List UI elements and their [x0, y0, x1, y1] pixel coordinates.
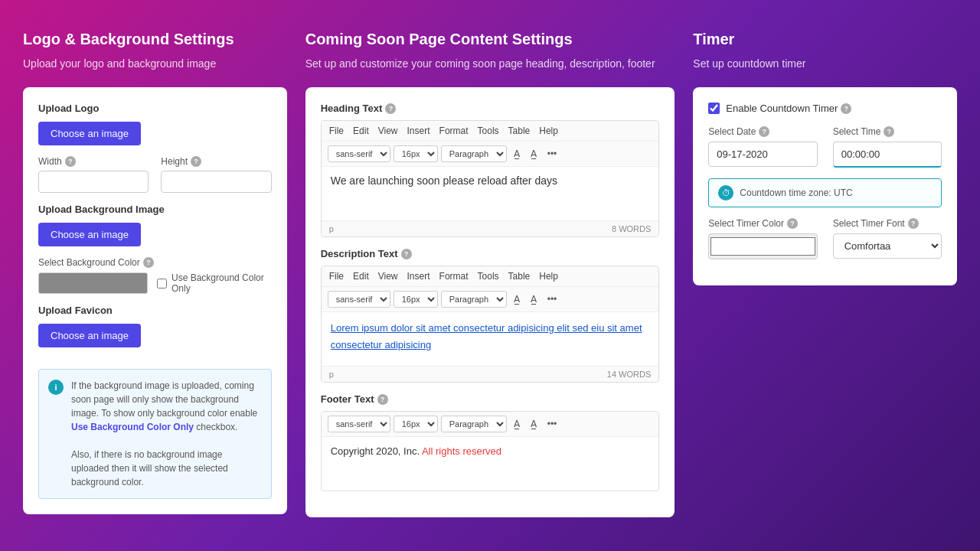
use-bg-color-only-label[interactable]: Use Background Color Only: [157, 272, 272, 294]
timer-font-label: Select Timer Font ?: [833, 218, 942, 229]
time-label: Select Time ?: [833, 126, 942, 137]
timer-color-group: Select Timer Color ?: [708, 218, 817, 259]
desc-word-count: 14 WORDS: [607, 370, 651, 379]
color-row: Use Background Color Only: [38, 272, 272, 294]
date-time-row: Select Date ? Select Time ?: [708, 126, 942, 168]
menu-insert[interactable]: Insert: [407, 126, 430, 136]
use-bg-color-link[interactable]: Use Background Color Only: [71, 422, 194, 432]
width-input[interactable]: [38, 171, 149, 193]
coming-soon-title: Coming Soon Page Content Settings: [305, 31, 675, 48]
heading-size-select[interactable]: 16px: [394, 145, 438, 162]
height-input[interactable]: [161, 171, 271, 193]
timer-color-input[interactable]: [708, 233, 817, 259]
footer-help-icon[interactable]: ?: [377, 394, 388, 405]
logo-section-subtitle: Upload your logo and background image: [23, 56, 287, 72]
footer-toolbar-controls: sans-serif 16px Paragraph A̲ A̲ •••: [322, 412, 659, 437]
desc-p-tag: p: [329, 370, 334, 379]
clock-icon: ⏱: [718, 185, 733, 201]
heading-more-btn[interactable]: •••: [544, 146, 561, 161]
description-label: Description Text ?: [321, 248, 660, 259]
desc-more-btn[interactable]: •••: [544, 292, 561, 307]
heading-help-icon[interactable]: ?: [385, 103, 396, 114]
width-help-icon[interactable]: ?: [65, 156, 76, 167]
footer-font-color-btn[interactable]: A̲: [510, 416, 524, 432]
timezone-box: ⏱ Countdown time zone: UTC: [708, 178, 942, 207]
width-label: Width ?: [38, 156, 149, 167]
footer-text-label: Footer Text ?: [321, 393, 660, 405]
desc-size-select[interactable]: 16px: [394, 291, 438, 308]
footer-highlight-btn[interactable]: A̲: [527, 416, 541, 432]
width-group: Width ?: [38, 156, 149, 193]
coming-soon-card: Heading Text ? File Edit View Insert For…: [305, 87, 675, 517]
bg-color-help-icon[interactable]: ?: [143, 257, 154, 268]
footer-more-btn[interactable]: •••: [544, 416, 561, 432]
desc-highlight-btn[interactable]: A̲: [527, 292, 541, 307]
timer-section-subtitle: Set up countdown timer: [693, 56, 957, 72]
date-help-icon[interactable]: ?: [759, 126, 769, 137]
desc-menu-insert[interactable]: Insert: [407, 271, 430, 282]
color-swatch[interactable]: [38, 272, 148, 294]
choose-favicon-button[interactable]: Choose an image: [38, 324, 141, 347]
timer-font-group: Select Timer Font ? Comfortaa Arial Robo…: [833, 218, 942, 259]
enable-timer-help-icon[interactable]: ?: [841, 103, 851, 114]
desc-menu-tools[interactable]: Tools: [478, 271, 499, 282]
heading-paragraph-select[interactable]: Paragraph: [441, 145, 507, 162]
footer-size-select[interactable]: 16px: [394, 416, 438, 432]
logo-section-title: Logo & Background Settings: [23, 31, 287, 48]
heading-highlight-btn[interactable]: A̲: [527, 146, 541, 161]
desc-menu-file[interactable]: File: [329, 271, 344, 282]
height-label: Height ?: [161, 156, 271, 167]
desc-menu-edit[interactable]: Edit: [353, 271, 369, 282]
desc-font-select[interactable]: sans-serif: [328, 291, 390, 308]
heading-footer: p 8 WORDS: [322, 220, 659, 236]
time-input[interactable]: [833, 142, 942, 168]
color-font-row: Select Timer Color ? Select Timer Font ?…: [708, 218, 942, 259]
desc-menu-view[interactable]: View: [378, 271, 398, 282]
heading-toolbar-controls: sans-serif 16px Paragraph A̲ A̲ •••: [322, 142, 659, 167]
menu-help[interactable]: Help: [539, 126, 558, 136]
description-content[interactable]: Lorem ipsum dolor sit amet consectetur a…: [322, 312, 659, 366]
footer-font-select[interactable]: sans-serif: [328, 416, 390, 432]
timer-section-title: Timer: [693, 31, 957, 48]
timer-card: Enable Countdown Timer ? Select Date ? S…: [693, 87, 957, 285]
heading-toolbar-menu: File Edit View Insert Format Tools Table…: [322, 121, 659, 142]
timer-color-help-icon[interactable]: ?: [787, 218, 798, 229]
menu-edit[interactable]: Edit: [353, 126, 369, 136]
choose-bg-button[interactable]: Choose an image: [38, 223, 141, 246]
heading-font-color-btn[interactable]: A̲: [510, 146, 524, 161]
upload-logo-label: Upload Logo: [38, 103, 272, 114]
footer-paragraph-select[interactable]: Paragraph: [441, 416, 507, 432]
desc-menu-help[interactable]: Help: [539, 271, 558, 282]
logo-settings-card: Upload Logo Choose an image Width ? Heig…: [23, 87, 287, 514]
info-box: i If the background image is uploaded, c…: [38, 369, 272, 499]
choose-logo-button[interactable]: Choose an image: [38, 122, 141, 145]
menu-tools[interactable]: Tools: [478, 126, 499, 136]
heading-font-select[interactable]: sans-serif: [328, 145, 390, 162]
time-help-icon[interactable]: ?: [884, 126, 894, 137]
height-help-icon[interactable]: ?: [191, 156, 201, 167]
heading-word-count: 8 WORDS: [612, 224, 651, 233]
date-label: Select Date ?: [708, 126, 817, 137]
dimension-row: Width ? Height ?: [38, 156, 272, 193]
enable-timer-checkbox[interactable]: [708, 103, 720, 114]
use-bg-color-only-checkbox[interactable]: [157, 279, 167, 289]
menu-format[interactable]: Format: [439, 126, 469, 136]
date-input[interactable]: [708, 142, 817, 167]
timer-color-label: Select Timer Color ?: [708, 218, 817, 229]
coming-soon-subtitle: Set up and customize your coming soon pa…: [305, 56, 675, 72]
time-group: Select Time ?: [833, 126, 942, 168]
desc-toolbar-controls: sans-serif 16px Paragraph A̲ A̲ •••: [322, 287, 659, 312]
desc-menu-format[interactable]: Format: [439, 271, 469, 282]
description-help-icon[interactable]: ?: [401, 249, 412, 259]
timer-font-help-icon[interactable]: ?: [908, 218, 919, 229]
desc-menu-table[interactable]: Table: [508, 271, 531, 282]
timer-font-select[interactable]: Comfortaa Arial Roboto Open Sans: [833, 233, 942, 259]
desc-font-color-btn[interactable]: A̲: [510, 292, 524, 307]
heading-content[interactable]: We are launching soon please reload afte…: [322, 167, 659, 220]
desc-paragraph-select[interactable]: Paragraph: [441, 291, 507, 308]
menu-view[interactable]: View: [378, 126, 398, 136]
upload-bg-label: Upload Background Image: [38, 204, 272, 215]
menu-file[interactable]: File: [329, 126, 344, 136]
footer-content[interactable]: Copyright 2020, Inc. All rights reserved: [322, 437, 659, 491]
menu-table[interactable]: Table: [508, 126, 531, 136]
